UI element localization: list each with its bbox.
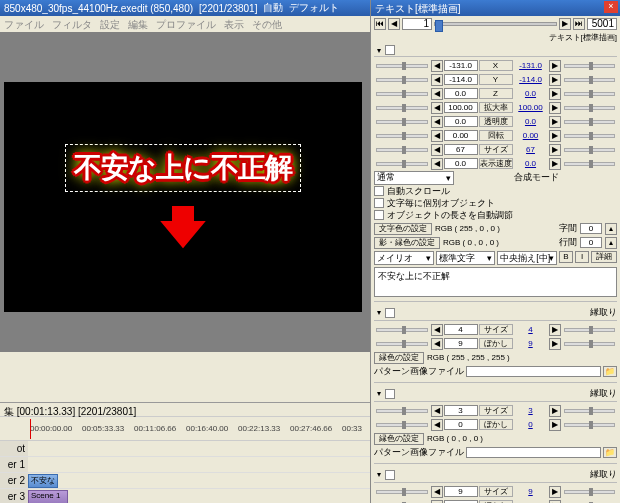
param-inc-button[interactable]: ▶ [549, 116, 561, 128]
param-slider-left[interactable] [376, 120, 428, 124]
preview-canvas[interactable]: 不安な上に不正解 [4, 82, 362, 312]
param-label[interactable]: Y [479, 74, 513, 85]
param-dec-button[interactable]: ◀ [431, 419, 443, 431]
bold-toggle[interactable]: B [559, 251, 573, 263]
param-dec-button[interactable]: ◀ [431, 500, 443, 504]
param-dec-button[interactable]: ◀ [431, 144, 443, 156]
param-value-left[interactable]: 0.0 [444, 116, 478, 127]
char-spacing-input[interactable]: 0 [580, 223, 602, 234]
timeline-row[interactable]: ot [0, 441, 370, 457]
param-value-left[interactable]: 0.0 [444, 88, 478, 99]
border-blur-label[interactable]: ぼかし [479, 419, 513, 430]
param-slider-left[interactable] [376, 423, 428, 427]
param-dec-button[interactable]: ◀ [431, 116, 443, 128]
param-inc-button[interactable]: ▶ [549, 500, 561, 504]
param-dec-button[interactable]: ◀ [431, 405, 443, 417]
browse-button[interactable]: 📁 [603, 366, 617, 377]
param-slider-right[interactable] [564, 64, 616, 68]
detail-button[interactable]: 詳細 [591, 251, 617, 263]
spacing-stepper[interactable]: ▴ [605, 237, 617, 249]
param-inc-button[interactable]: ▶ [549, 324, 561, 336]
param-value-left[interactable]: 100.00 [444, 102, 478, 113]
param-slider-right[interactable] [564, 78, 616, 82]
param-dec-button[interactable]: ◀ [431, 102, 443, 114]
border-blur-left[interactable]: 9 [444, 338, 478, 349]
param-inc-button[interactable]: ▶ [549, 486, 561, 498]
border-size-left[interactable]: 4 [444, 324, 478, 335]
param-value-left[interactable]: 67 [444, 144, 478, 155]
border-size-left[interactable]: 9 [444, 486, 478, 497]
param-inc-button[interactable]: ▶ [549, 144, 561, 156]
text-color-button[interactable]: 文字色の設定 [374, 223, 432, 235]
param-inc-button[interactable]: ▶ [549, 338, 561, 350]
param-slider-right[interactable] [564, 92, 616, 96]
shadow-color-button[interactable]: 影・縁色の設定 [374, 237, 440, 249]
param-dec-button[interactable]: ◀ [431, 74, 443, 86]
param-dec-button[interactable]: ◀ [431, 130, 443, 142]
param-value-left[interactable]: 0.00 [444, 130, 478, 141]
timeline-row[interactable]: er 1 [0, 457, 370, 473]
border-size-label[interactable]: サイズ [479, 324, 513, 335]
param-slider-right[interactable] [564, 328, 616, 332]
param-value-right[interactable]: 0.00 [514, 131, 548, 140]
timeline-ruler[interactable]: 00:00:00.00 00:05:33.33 00:11:06.66 00:1… [0, 417, 370, 441]
border-blur-right[interactable]: 9 [514, 339, 548, 348]
param-slider-right[interactable] [564, 106, 616, 110]
param-inc-button[interactable]: ▶ [549, 130, 561, 142]
blend-mode-combo[interactable]: 通常 [374, 171, 454, 185]
param-dec-button[interactable]: ◀ [431, 338, 443, 350]
param-slider-right[interactable] [564, 423, 616, 427]
param-dec-button[interactable]: ◀ [431, 486, 443, 498]
text-content-input[interactable]: 不安な上に不正解 [374, 267, 617, 297]
param-slider-left[interactable] [376, 106, 428, 110]
menu-other[interactable]: その他 [252, 18, 282, 30]
param-slider-left[interactable] [376, 490, 428, 494]
param-value-right[interactable]: 0.0 [514, 89, 548, 98]
param-label[interactable]: 透明度 [479, 116, 513, 127]
param-label[interactable]: 回転 [479, 130, 513, 141]
timeline-clip[interactable]: 不安な上 [28, 474, 58, 488]
browse-button[interactable]: 📁 [603, 447, 617, 458]
border-size-right[interactable]: 4 [514, 325, 548, 334]
disclosure-icon[interactable]: ▾ [374, 46, 383, 55]
param-value-left[interactable]: -114.0 [444, 74, 478, 85]
param-label[interactable]: 表示速度 [479, 158, 513, 169]
param-dec-button[interactable]: ◀ [431, 60, 443, 72]
border-enable-checkbox[interactable] [385, 389, 395, 399]
param-dec-button[interactable]: ◀ [431, 324, 443, 336]
param-slider-left[interactable] [376, 78, 428, 82]
border-size-left[interactable]: 3 [444, 405, 478, 416]
param-label[interactable]: 拡大率 [479, 102, 513, 113]
playhead[interactable] [30, 419, 31, 439]
text-object-bbox[interactable]: 不安な上に不正解 [65, 144, 301, 192]
param-slider-left[interactable] [376, 92, 428, 96]
param-value-right[interactable]: 0.0 [514, 117, 548, 126]
border-size-label[interactable]: サイズ [479, 486, 513, 497]
border-color-button[interactable]: 縁色の設定 [374, 433, 424, 445]
menu-filter[interactable]: フィルタ [52, 18, 92, 30]
props-titlebar[interactable]: テキスト[標準描画] × [371, 0, 620, 16]
border-color-button[interactable]: 縁色の設定 [374, 352, 424, 364]
param-slider-left[interactable] [376, 134, 428, 138]
border-enable-checkbox[interactable] [385, 470, 395, 480]
main-titlebar[interactable]: 850x480_30fps_44100Hz.exedit (850,480) [… [0, 0, 370, 16]
auto-scroll-checkbox[interactable] [374, 186, 384, 196]
menu-edit[interactable]: 編集 [128, 18, 148, 30]
param-inc-button[interactable]: ▶ [549, 405, 561, 417]
param-slider-right[interactable] [564, 134, 616, 138]
param-inc-button[interactable]: ▶ [549, 60, 561, 72]
param-slider-left[interactable] [376, 328, 428, 332]
pattern-file-input[interactable] [466, 447, 601, 458]
section-enable-checkbox[interactable] [385, 45, 395, 55]
menu-profile[interactable]: プロファイル [156, 18, 216, 30]
border-blur-left[interactable]: 0 [444, 419, 478, 430]
param-inc-button[interactable]: ▶ [549, 88, 561, 100]
frame-slider[interactable] [434, 22, 557, 26]
font-family-combo[interactable]: メイリオ [374, 251, 434, 265]
align-combo[interactable]: 中央揃え[中] [497, 251, 557, 265]
param-slider-left[interactable] [376, 162, 428, 166]
param-value-right[interactable]: 100.00 [514, 103, 548, 112]
menu-settings[interactable]: 設定 [100, 18, 120, 30]
timeline-clip[interactable]: Scene 1 [28, 490, 68, 504]
timeline-row[interactable]: er 3Scene 1 [0, 489, 370, 503]
